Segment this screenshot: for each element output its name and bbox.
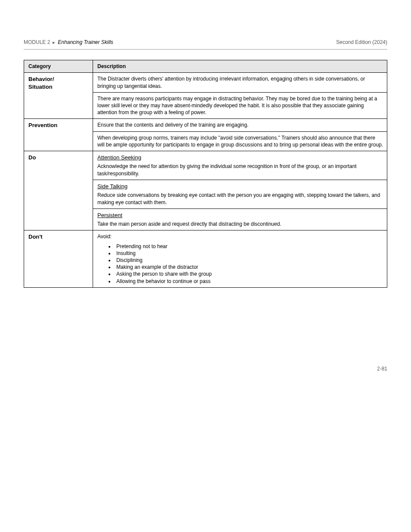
row-prevention-top: Ensure that the contents and delivery of…	[97, 121, 383, 128]
row-behavior-bottom: There are many reasons participants may …	[97, 95, 383, 116]
table-row: Do Attention Seeking Acknowledge the nee…	[24, 151, 387, 230]
page: MODULE 2 ▸ Enhancing Trainer Skills Seco…	[0, 0, 411, 372]
subtext-attention: Acknowledge the need for attention by gi…	[97, 163, 383, 177]
table-header-row: Category Description	[24, 60, 387, 73]
dont-bullet-list: Pretending not to hear Insulting Discipl…	[97, 243, 383, 285]
subtext-persistent: Take the main person aside and request d…	[97, 221, 383, 227]
table-header-category: Category	[24, 60, 93, 73]
list-item: Pretending not to hear	[115, 243, 383, 250]
page-number: 2-81	[24, 365, 387, 372]
list-item: Disciplining	[115, 257, 383, 264]
row-dont-top: Avoid:	[97, 233, 383, 240]
subheading-persistent: Persistent	[97, 212, 383, 219]
table-row: Don't Avoid: Pretending not to hear Insu…	[24, 230, 387, 287]
row-divider	[93, 208, 387, 209]
subtext-side-talking: Reduce side conversations by breaking ey…	[97, 192, 383, 205]
do-section: Attention Seeking Acknowledge the need f…	[97, 154, 383, 177]
row-prevention-label: Prevention	[24, 119, 93, 151]
list-item: Insulting	[115, 250, 383, 257]
edition-line: Second Edition (2024)	[336, 39, 387, 46]
row-divider	[93, 131, 387, 132]
category-table: Category Description Behavior/ Situation…	[24, 60, 387, 288]
breadcrumb-root: MODULE 2	[24, 39, 50, 46]
chevron-right-icon: ▸	[53, 39, 55, 46]
list-item: Asking the person to share with the grou…	[115, 271, 383, 277]
list-item: Making an example of the distractor	[115, 264, 383, 271]
row-behavior-label: Behavior/ Situation	[24, 73, 93, 119]
page-header: MODULE 2 ▸ Enhancing Trainer Skills Seco…	[24, 39, 387, 46]
row-divider	[93, 92, 387, 93]
subheading-side-talking: Side Talking	[97, 183, 383, 190]
do-section: Side Talking Reduce side conversations b…	[97, 183, 383, 206]
row-dont-label: Don't	[24, 230, 93, 287]
row-behavior-desc: The Distracter diverts others' attention…	[93, 73, 387, 119]
row-do-label: Do	[24, 151, 93, 230]
row-prevention-bottom: When developing group norms, trainers ma…	[97, 134, 383, 148]
breadcrumb-title: Enhancing Trainer Skills	[58, 39, 113, 46]
table-row: Prevention Ensure that the contents and …	[24, 119, 387, 151]
row-divider	[93, 180, 387, 180]
do-section: Persistent Take the main person aside an…	[97, 212, 383, 228]
list-item: Allowing the behavior to continue or pas…	[115, 278, 383, 285]
row-prevention-desc: Ensure that the contents and delivery of…	[93, 119, 387, 151]
table-row: Behavior/ Situation The Distracter diver…	[24, 73, 387, 119]
subheading-attention: Attention Seeking	[97, 154, 383, 162]
row-dont-desc: Avoid: Pretending not to hear Insulting …	[93, 230, 387, 287]
row-behavior-top: The Distracter diverts others' attention…	[97, 75, 383, 89]
table-header-description: Description	[93, 60, 387, 73]
breadcrumb: MODULE 2 ▸ Enhancing Trainer Skills	[24, 39, 113, 46]
header-divider	[24, 49, 387, 50]
row-do-desc: Attention Seeking Acknowledge the need f…	[93, 151, 387, 230]
